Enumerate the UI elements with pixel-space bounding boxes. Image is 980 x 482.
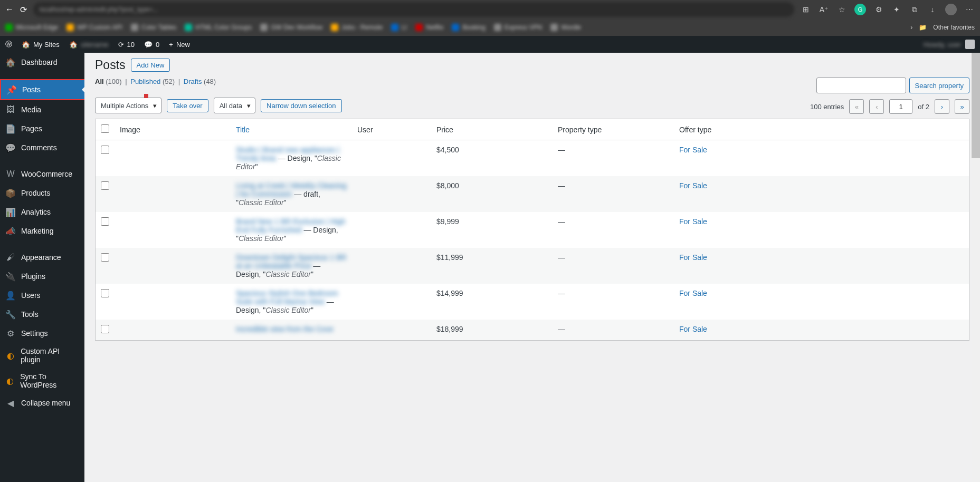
avatar[interactable]: [965, 40, 975, 49]
bookmark-item[interactable]: Netflix: [415, 24, 443, 31]
page-title: Posts: [95, 58, 126, 72]
price-cell: $4,500: [431, 140, 553, 177]
post-title-link[interactable]: Living at Creek | Weekly Cleaning | No C…: [236, 181, 347, 198]
back-icon[interactable]: ←: [5, 5, 14, 14]
post-title-link[interactable]: Incredible view from the Cove: [236, 325, 333, 333]
chevron-right-icon[interactable]: ›: [910, 24, 912, 31]
take-over-button[interactable]: Take over: [167, 99, 208, 112]
bookmark-item[interactable]: GW Dev Workflow: [260, 24, 322, 31]
property-type-cell: —: [553, 140, 674, 177]
grammarly-icon[interactable]: G: [854, 4, 866, 15]
row-checkbox[interactable]: [101, 217, 109, 226]
posts-table: Image Title User Price Property type Off…: [95, 119, 969, 341]
bookmark-item[interactable]: Microsoft Edge: [5, 24, 58, 31]
bookmark-item[interactable]: LI: [391, 24, 407, 31]
bookmark-item[interactable]: Color Tables: [131, 24, 176, 31]
sidebar-item-media[interactable]: 🖼Media: [0, 100, 84, 119]
sidebar-item-analytics[interactable]: 📊Analytics: [0, 203, 84, 221]
updates-link[interactable]: ⟳ 10: [118, 41, 135, 49]
last-page-button[interactable]: »: [955, 99, 969, 114]
star-icon[interactable]: ☆: [836, 4, 847, 15]
prev-page-button[interactable]: ‹: [869, 99, 884, 114]
bookmark-item[interactable]: Jobs - Remote: [331, 24, 383, 31]
sidebar-item-settings[interactable]: ⚙Settings: [0, 324, 84, 343]
narrow-selection-button[interactable]: Narrow down selection: [261, 99, 342, 112]
sidebar-item-plugins[interactable]: 🔌Plugins: [0, 267, 84, 286]
add-new-button[interactable]: Add New: [131, 59, 170, 72]
post-title-link[interactable]: Downtown Delight Spacious 1 BR at an Unb…: [236, 253, 346, 270]
bookmark-item[interactable]: WP Custom API: [66, 24, 122, 31]
sidebar-item-products[interactable]: 📦Products: [0, 184, 84, 203]
sidebar-item-pages[interactable]: 📄Pages: [0, 119, 84, 138]
extension-icon[interactable]: ⚙: [873, 4, 884, 15]
sidebar-item-collapse[interactable]: ◀Collapse menu: [0, 393, 84, 412]
favorites-icon[interactable]: ✦: [891, 4, 902, 15]
col-image: Image: [115, 119, 231, 140]
post-title-link[interactable]: Spacious Stylish One Bedroom Suite with …: [236, 289, 338, 306]
dashboard-icon: 🏠: [5, 57, 16, 68]
wp-logo-icon[interactable]: ⓦ: [5, 40, 12, 49]
read-aloud-icon[interactable]: A⁺: [819, 4, 829, 15]
sidebar-item-dashboard[interactable]: 🏠Dashboard: [0, 53, 84, 72]
bookmark-item[interactable]: Express VPN: [494, 24, 542, 31]
howdy-label[interactable]: Howdy, user: [924, 41, 961, 49]
sidebar-item-woocommerce[interactable]: WWooCommerce: [0, 165, 84, 184]
url-bar[interactable]: localhost/wp-admin/edit.php?post_type=..…: [33, 2, 794, 17]
sync-icon: ◐: [5, 375, 15, 386]
refresh-icon[interactable]: ⟳: [20, 5, 27, 15]
woo-icon: W: [5, 169, 16, 179]
offer-type-link[interactable]: For Sale: [679, 217, 707, 226]
profile-icon[interactable]: [945, 4, 957, 15]
plugins-icon: 🔌: [5, 271, 16, 282]
filter-published[interactable]: Published: [130, 78, 160, 85]
table-row: Spacious Stylish One Bedroom Suite with …: [96, 284, 969, 320]
filter-all[interactable]: All: [95, 78, 104, 85]
multiple-actions-select[interactable]: Multiple Actions: [95, 98, 161, 113]
comments-link[interactable]: 💬 0: [144, 41, 159, 49]
sidebar-item-custom-api[interactable]: ◐Custom API plugin: [0, 343, 84, 368]
downloads-icon[interactable]: ↓: [927, 4, 938, 15]
property-type-cell: —: [553, 284, 674, 320]
site-home-link[interactable]: 🏠 sitename: [69, 41, 109, 49]
sidebar-item-users[interactable]: 👤Users: [0, 286, 84, 305]
bookmark-item[interactable]: Wordle: [550, 24, 581, 31]
sidebar-item-appearance[interactable]: 🖌Appearance: [0, 248, 84, 267]
offer-type-link[interactable]: For Sale: [679, 181, 707, 190]
next-page-button[interactable]: ›: [935, 99, 949, 114]
page-number-input[interactable]: [889, 99, 912, 114]
row-checkbox[interactable]: [101, 181, 109, 190]
of-pages-label: of 2: [918, 103, 929, 111]
select-all-checkbox[interactable]: [101, 124, 109, 133]
row-checkbox[interactable]: [101, 253, 109, 262]
all-data-select[interactable]: All data: [214, 98, 255, 113]
settings-icon: ⚙: [5, 328, 16, 339]
grid-icon[interactable]: ⊞: [801, 4, 811, 15]
more-icon[interactable]: ⋯: [964, 4, 975, 15]
bookmark-item[interactable]: Booking: [452, 24, 485, 31]
sidebar-item-sync[interactable]: ◐Sync To WordPress: [0, 368, 84, 393]
offer-type-link[interactable]: For Sale: [679, 325, 707, 333]
offer-type-link[interactable]: For Sale: [679, 289, 707, 297]
search-input[interactable]: [816, 78, 906, 93]
sidebar-item-tools[interactable]: 🔧Tools: [0, 305, 84, 324]
collections-icon[interactable]: ⧉: [909, 4, 920, 15]
col-title[interactable]: Title: [231, 119, 352, 140]
other-favorites-label[interactable]: Other favorites: [933, 24, 975, 31]
scrollbar[interactable]: [972, 53, 980, 482]
row-checkbox[interactable]: [101, 146, 109, 154]
bookmark-item[interactable]: HTML Color Groups: [185, 24, 252, 31]
media-icon: 🖼: [5, 104, 16, 115]
sidebar-item-comments[interactable]: 💬Comments: [0, 138, 84, 157]
table-row: Downtown Delight Spacious 1 BR at an Unb…: [96, 248, 969, 284]
offer-type-link[interactable]: For Sale: [679, 146, 707, 154]
search-button[interactable]: Search property: [909, 78, 970, 93]
my-sites-link[interactable]: 🏠 My Sites: [22, 41, 60, 49]
row-checkbox[interactable]: [101, 325, 109, 333]
sidebar-item-posts[interactable]: 📌Posts: [0, 79, 84, 100]
row-checkbox[interactable]: [101, 289, 109, 297]
filter-drafts[interactable]: Drafts: [184, 78, 202, 85]
new-link[interactable]: + New: [169, 41, 190, 49]
offer-type-link[interactable]: For Sale: [679, 253, 707, 262]
first-page-button[interactable]: «: [849, 99, 864, 114]
sidebar-item-marketing[interactable]: 📣Marketing: [0, 221, 84, 240]
